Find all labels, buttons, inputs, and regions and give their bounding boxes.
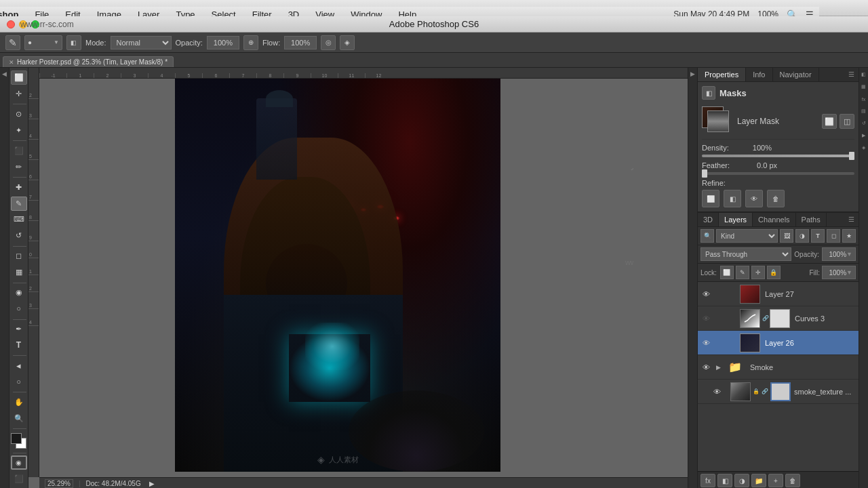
density-slider[interactable] <box>702 155 854 157</box>
lasso-tool[interactable]: ⊙ <box>11 107 27 121</box>
history-brush-tool[interactable]: ↺ <box>11 228 27 243</box>
filter-toggle[interactable]: 🔍 <box>701 229 714 243</box>
layer-visibility-curves3[interactable]: 👁 <box>701 313 711 324</box>
color-swatches[interactable] <box>10 433 28 448</box>
layer-blend-mode-select[interactable]: Pass Through Normal Dissolve Multiply Sc… <box>701 247 791 261</box>
density-value[interactable]: 100% <box>743 144 772 152</box>
refine-paint-btn[interactable]: ◧ <box>724 190 741 207</box>
mask-options-btn[interactable]: ◫ <box>840 114 854 129</box>
brush-tool[interactable]: ✎ <box>11 197 27 211</box>
path-select-tool[interactable]: ◂ <box>11 359 27 373</box>
clone-stamp-tool[interactable]: ⌨ <box>11 213 27 227</box>
close-button[interactable] <box>7 20 15 28</box>
eyedropper-tool[interactable]: ✏ <box>11 160 27 174</box>
tab-properties[interactable]: Properties <box>698 68 746 81</box>
brush-preset-picker[interactable]: ● 20 ▼ <box>24 35 62 50</box>
hand-tool[interactable]: ✋ <box>11 395 27 409</box>
layer-visibility-27[interactable]: 👁 <box>701 289 711 300</box>
delete-layer-btn[interactable]: 🗑 <box>785 474 800 487</box>
layers-opacity-value[interactable]: 100% ▼ <box>822 247 856 261</box>
brush-tool-icon[interactable]: ✎ <box>5 35 20 50</box>
zoom-tool[interactable]: 🔍 <box>11 411 27 426</box>
brush-size-input[interactable]: 20 <box>33 37 52 48</box>
flow-input[interactable]: 100% <box>284 36 317 49</box>
filter-adjustment-btn[interactable]: ◑ <box>795 229 809 243</box>
screen-mode-btn[interactable]: ⬛ <box>11 472 27 486</box>
right-collapse-arrow[interactable]: ▶ <box>688 68 697 488</box>
tab-info[interactable]: Info <box>746 68 772 81</box>
add-style-btn[interactable]: fx <box>701 474 715 487</box>
smoothing-btn[interactable]: ◈ <box>340 35 355 50</box>
tab-3d[interactable]: 3D <box>698 213 719 226</box>
layer-item-26[interactable]: 👁 Layer 26 <box>698 331 859 355</box>
filter-smart-btn[interactable]: ★ <box>842 229 856 243</box>
ellipse-tool[interactable]: ○ <box>11 375 27 389</box>
move-tool[interactable]: ✛ <box>11 87 27 101</box>
crop-tool[interactable]: ⬛ <box>11 144 27 158</box>
document-tab[interactable]: ✕ Harker Poster.psd @ 25.3% (Tim, Layer … <box>3 56 174 67</box>
tab-layers[interactable]: Layers <box>719 213 753 226</box>
add-adjustment-btn[interactable]: ◑ <box>734 474 749 487</box>
play-button[interactable]: ▶ <box>149 480 155 487</box>
lock-pixels-btn[interactable]: ✎ <box>736 266 749 279</box>
layer-item-curves3[interactable]: 👁 🔗 Curves 3 <box>698 306 859 331</box>
add-mask-btn[interactable]: ◧ <box>717 474 732 487</box>
zoom-percentage[interactable]: 25.29% <box>45 479 73 488</box>
pen-tool[interactable]: ✒ <box>11 322 27 336</box>
airbrush-btn[interactable]: ⊕ <box>243 35 258 50</box>
brush-options-btn[interactable]: ◧ <box>66 35 81 50</box>
dodge-tool[interactable]: ○ <box>11 302 27 316</box>
magic-wand-tool[interactable]: ✦ <box>11 123 27 138</box>
add-group-btn[interactable]: 📁 <box>751 474 766 487</box>
channels-icon-strip[interactable]: ▤ <box>860 107 868 115</box>
styles-icon[interactable]: ◈ <box>860 144 868 152</box>
type-tool[interactable]: T <box>11 338 27 352</box>
add-layer-btn[interactable]: + <box>768 474 783 487</box>
lock-transparent-btn[interactable]: ⬜ <box>720 266 734 279</box>
nav-icon[interactable]: ▦ <box>860 83 868 91</box>
opacity-input[interactable]: 100% <box>207 36 239 49</box>
layer-item-smoke-texture[interactable]: 👁 🔒 🔗 smoke_texture ... <box>698 380 859 404</box>
actions-icon[interactable]: ▶ <box>860 131 868 140</box>
filter-image-btn[interactable]: 🖼 <box>780 229 793 243</box>
layer-item-smoke[interactable]: 👁 ▶ 📁 Smoke <box>698 355 859 380</box>
blur-tool[interactable]: ◉ <box>11 285 27 300</box>
tab-paths[interactable]: Paths <box>796 213 827 226</box>
layer-visibility-smoke-texture[interactable]: 👁 <box>711 386 722 397</box>
fill-value[interactable]: 100% ▼ <box>822 266 856 279</box>
filter-shape-btn[interactable]: ◻ <box>827 229 840 243</box>
fx-icon[interactable]: fx <box>860 95 868 103</box>
feather-slider[interactable] <box>702 172 854 175</box>
feather-thumb[interactable] <box>702 169 707 178</box>
filter-type-select[interactable]: Kind Name Effect Mode <box>716 229 778 243</box>
blend-mode-select[interactable]: Normal Multiply Screen Overlay <box>111 36 172 49</box>
feather-value[interactable]: 0.0 px <box>743 161 777 169</box>
properties-icon[interactable]: ◧ <box>860 70 868 79</box>
foreground-color[interactable] <box>11 433 22 444</box>
layer-visibility-smoke[interactable]: 👁 <box>701 362 711 373</box>
layer-expand-smoke[interactable]: ▶ <box>713 363 723 372</box>
refine-selection-btn[interactable]: ⬜ <box>702 190 719 207</box>
layer-visibility-26[interactable]: 👁 <box>701 338 711 348</box>
tab-channels[interactable]: Channels <box>753 213 795 226</box>
filter-type-btn[interactable]: T <box>811 229 825 243</box>
canvas-content[interactable]: 人人素材 人人素材 www.rr-sc.com www.rr-sc.com <box>39 79 688 477</box>
marquee-tool[interactable]: ⬜ <box>11 70 27 85</box>
lock-all-btn[interactable]: 🔒 <box>767 266 781 279</box>
tab-navigator[interactable]: Navigator <box>773 68 819 81</box>
mask-add-btn[interactable]: ⬜ <box>822 114 837 129</box>
history-icon[interactable]: ↺ <box>860 119 868 127</box>
lock-position-btn[interactable]: ✛ <box>751 266 765 279</box>
tablet-pressure-btn[interactable]: ◎ <box>321 35 336 50</box>
density-thumb[interactable] <box>849 152 854 160</box>
layer-item-27[interactable]: 👁 Layer 27 <box>698 282 859 306</box>
heal-tool[interactable]: ✚ <box>11 180 27 195</box>
layers-panel-menu-btn[interactable]: ☰ <box>844 213 859 226</box>
refine-eye-btn[interactable]: 👁 <box>745 190 763 207</box>
left-panel-collapse[interactable]: ◀ <box>0 68 9 488</box>
eraser-tool[interactable]: ◻ <box>11 249 27 263</box>
quick-mask-mode-btn[interactable]: ◉ <box>11 455 27 470</box>
refine-delete-btn[interactable]: 🗑 <box>767 190 785 207</box>
gradient-tool[interactable]: ▦ <box>11 265 27 279</box>
panel-menu-btn[interactable]: ☰ <box>844 68 859 81</box>
